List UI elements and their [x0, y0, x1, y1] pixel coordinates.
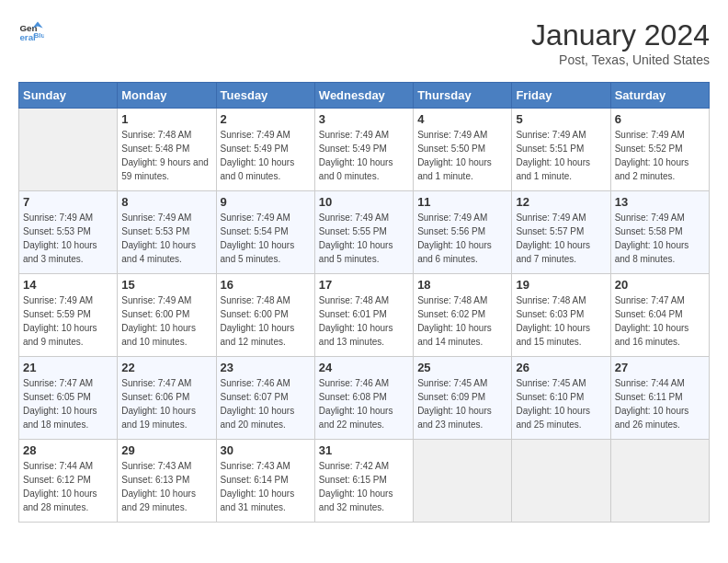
- calendar-body: 1Sunrise: 7:48 AMSunset: 5:48 PMDaylight…: [19, 109, 710, 523]
- calendar-week-5: 28Sunrise: 7:44 AMSunset: 6:12 PMDayligh…: [19, 440, 710, 523]
- calendar-cell: 20Sunrise: 7:47 AMSunset: 6:04 PMDayligh…: [610, 274, 709, 357]
- day-info: Sunrise: 7:49 AMSunset: 5:53 PMDaylight:…: [121, 211, 211, 266]
- calendar-cell: [414, 440, 512, 523]
- day-info: Sunrise: 7:49 AMSunset: 5:54 PMDaylight:…: [221, 211, 311, 266]
- month-title: January 2024: [531, 18, 710, 52]
- day-info: Sunrise: 7:49 AMSunset: 5:49 PMDaylight:…: [319, 128, 409, 183]
- day-number: 7: [23, 195, 113, 209]
- day-number: 14: [23, 278, 113, 292]
- calendar-cell: 27Sunrise: 7:44 AMSunset: 6:11 PMDayligh…: [610, 357, 709, 440]
- day-number: 3: [319, 112, 409, 126]
- day-info: Sunrise: 7:47 AMSunset: 6:05 PMDaylight:…: [23, 376, 113, 431]
- calendar-cell: 14Sunrise: 7:49 AMSunset: 5:59 PMDayligh…: [19, 274, 118, 357]
- day-info: Sunrise: 7:48 AMSunset: 6:03 PMDaylight:…: [516, 293, 606, 349]
- day-number: 30: [221, 443, 311, 457]
- logo: Gen eral Blue: [18, 18, 44, 44]
- calendar-week-2: 7Sunrise: 7:49 AMSunset: 5:53 PMDaylight…: [19, 191, 710, 274]
- day-header-thursday: Thursday: [414, 83, 512, 109]
- day-info: Sunrise: 7:43 AMSunset: 6:14 PMDaylight:…: [221, 459, 311, 514]
- day-number: 23: [221, 361, 311, 374]
- calendar-week-1: 1Sunrise: 7:48 AMSunset: 5:48 PMDaylight…: [19, 109, 710, 191]
- calendar-cell: 21Sunrise: 7:47 AMSunset: 6:05 PMDayligh…: [19, 357, 118, 440]
- day-number: 9: [221, 195, 311, 209]
- day-header-monday: Monday: [118, 83, 216, 109]
- day-number: 28: [23, 443, 113, 457]
- day-number: 10: [319, 195, 409, 209]
- day-header-tuesday: Tuesday: [216, 83, 314, 109]
- calendar-cell: 24Sunrise: 7:46 AMSunset: 6:08 PMDayligh…: [314, 357, 413, 440]
- day-number: 16: [221, 278, 311, 292]
- day-info: Sunrise: 7:49 AMSunset: 5:56 PMDaylight:…: [417, 211, 507, 266]
- calendar-table: SundayMondayTuesdayWednesdayThursdayFrid…: [18, 82, 710, 523]
- day-info: Sunrise: 7:45 AMSunset: 6:09 PMDaylight:…: [417, 376, 507, 431]
- calendar-cell: 7Sunrise: 7:49 AMSunset: 5:53 PMDaylight…: [19, 191, 118, 274]
- day-number: 29: [121, 443, 211, 457]
- calendar-cell: 30Sunrise: 7:43 AMSunset: 6:14 PMDayligh…: [216, 440, 314, 523]
- calendar-cell: 23Sunrise: 7:46 AMSunset: 6:07 PMDayligh…: [216, 357, 314, 440]
- calendar-week-3: 14Sunrise: 7:49 AMSunset: 5:59 PMDayligh…: [19, 274, 710, 357]
- calendar-cell: 6Sunrise: 7:49 AMSunset: 5:52 PMDaylight…: [610, 109, 709, 191]
- day-info: Sunrise: 7:44 AMSunset: 6:12 PMDaylight:…: [23, 459, 113, 514]
- day-number: 2: [221, 112, 311, 126]
- day-info: Sunrise: 7:48 AMSunset: 6:01 PMDaylight:…: [319, 293, 409, 349]
- calendar-cell: 16Sunrise: 7:48 AMSunset: 6:00 PMDayligh…: [216, 274, 314, 357]
- calendar-cell: 29Sunrise: 7:43 AMSunset: 6:13 PMDayligh…: [118, 440, 216, 523]
- day-number: 4: [417, 112, 507, 126]
- calendar-cell: 9Sunrise: 7:49 AMSunset: 5:54 PMDaylight…: [216, 191, 314, 274]
- day-number: 11: [417, 195, 507, 209]
- calendar-cell: 13Sunrise: 7:49 AMSunset: 5:58 PMDayligh…: [610, 191, 709, 274]
- calendar-cell: 28Sunrise: 7:44 AMSunset: 6:12 PMDayligh…: [19, 440, 118, 523]
- day-number: 25: [417, 361, 507, 374]
- day-number: 6: [615, 112, 705, 126]
- calendar-cell: 4Sunrise: 7:49 AMSunset: 5:50 PMDaylight…: [414, 109, 512, 191]
- day-info: Sunrise: 7:49 AMSunset: 5:52 PMDaylight:…: [615, 128, 705, 183]
- calendar-cell: 8Sunrise: 7:49 AMSunset: 5:53 PMDaylight…: [118, 191, 216, 274]
- day-info: Sunrise: 7:48 AMSunset: 6:02 PMDaylight:…: [417, 293, 507, 349]
- calendar-cell: 31Sunrise: 7:42 AMSunset: 6:15 PMDayligh…: [314, 440, 413, 523]
- day-number: 24: [319, 361, 409, 374]
- calendar-cell: 3Sunrise: 7:49 AMSunset: 5:49 PMDaylight…: [314, 109, 413, 191]
- logo-icon: Gen eral Blue: [18, 18, 44, 44]
- calendar-header-row: SundayMondayTuesdayWednesdayThursdayFrid…: [19, 83, 710, 109]
- day-info: Sunrise: 7:49 AMSunset: 5:59 PMDaylight:…: [23, 293, 113, 349]
- day-number: 8: [121, 195, 211, 209]
- day-header-friday: Friday: [512, 83, 610, 109]
- day-number: 1: [121, 112, 211, 126]
- day-number: 5: [516, 112, 606, 126]
- day-info: Sunrise: 7:44 AMSunset: 6:11 PMDaylight:…: [615, 376, 705, 431]
- day-info: Sunrise: 7:43 AMSunset: 6:13 PMDaylight:…: [121, 459, 211, 514]
- day-info: Sunrise: 7:48 AMSunset: 6:00 PMDaylight:…: [221, 293, 311, 349]
- day-info: Sunrise: 7:49 AMSunset: 5:49 PMDaylight:…: [221, 128, 311, 183]
- location: Post, Texas, United States: [531, 52, 710, 67]
- day-number: 22: [121, 361, 211, 374]
- day-info: Sunrise: 7:49 AMSunset: 6:00 PMDaylight:…: [121, 293, 211, 349]
- day-number: 17: [319, 278, 409, 292]
- page-header: Gen eral Blue January 2024 Post, Texas, …: [18, 18, 710, 67]
- day-info: Sunrise: 7:48 AMSunset: 5:48 PMDaylight:…: [121, 128, 211, 183]
- calendar-cell: 22Sunrise: 7:47 AMSunset: 6:06 PMDayligh…: [118, 357, 216, 440]
- calendar-cell: 25Sunrise: 7:45 AMSunset: 6:09 PMDayligh…: [414, 357, 512, 440]
- calendar-cell: 1Sunrise: 7:48 AMSunset: 5:48 PMDaylight…: [118, 109, 216, 191]
- day-number: 15: [121, 278, 211, 292]
- day-info: Sunrise: 7:45 AMSunset: 6:10 PMDaylight:…: [516, 376, 606, 431]
- day-header-sunday: Sunday: [19, 83, 118, 109]
- day-number: 19: [516, 278, 606, 292]
- day-number: 12: [516, 195, 606, 209]
- calendar-cell: 17Sunrise: 7:48 AMSunset: 6:01 PMDayligh…: [314, 274, 413, 357]
- day-number: 27: [615, 361, 705, 374]
- day-info: Sunrise: 7:49 AMSunset: 5:58 PMDaylight:…: [615, 211, 705, 266]
- day-info: Sunrise: 7:49 AMSunset: 5:53 PMDaylight:…: [23, 211, 113, 266]
- calendar-cell: 12Sunrise: 7:49 AMSunset: 5:57 PMDayligh…: [512, 191, 610, 274]
- calendar-cell: 19Sunrise: 7:48 AMSunset: 6:03 PMDayligh…: [512, 274, 610, 357]
- day-info: Sunrise: 7:46 AMSunset: 6:08 PMDaylight:…: [319, 376, 409, 431]
- day-header-saturday: Saturday: [610, 83, 709, 109]
- day-info: Sunrise: 7:42 AMSunset: 6:15 PMDaylight:…: [319, 459, 409, 514]
- calendar-cell: 2Sunrise: 7:49 AMSunset: 5:49 PMDaylight…: [216, 109, 314, 191]
- svg-text:Blue: Blue: [34, 31, 44, 40]
- calendar-cell: 15Sunrise: 7:49 AMSunset: 6:00 PMDayligh…: [118, 274, 216, 357]
- calendar-cell: [19, 109, 118, 191]
- day-number: 26: [516, 361, 606, 374]
- day-info: Sunrise: 7:46 AMSunset: 6:07 PMDaylight:…: [221, 376, 311, 431]
- calendar-cell: [512, 440, 610, 523]
- day-number: 13: [615, 195, 705, 209]
